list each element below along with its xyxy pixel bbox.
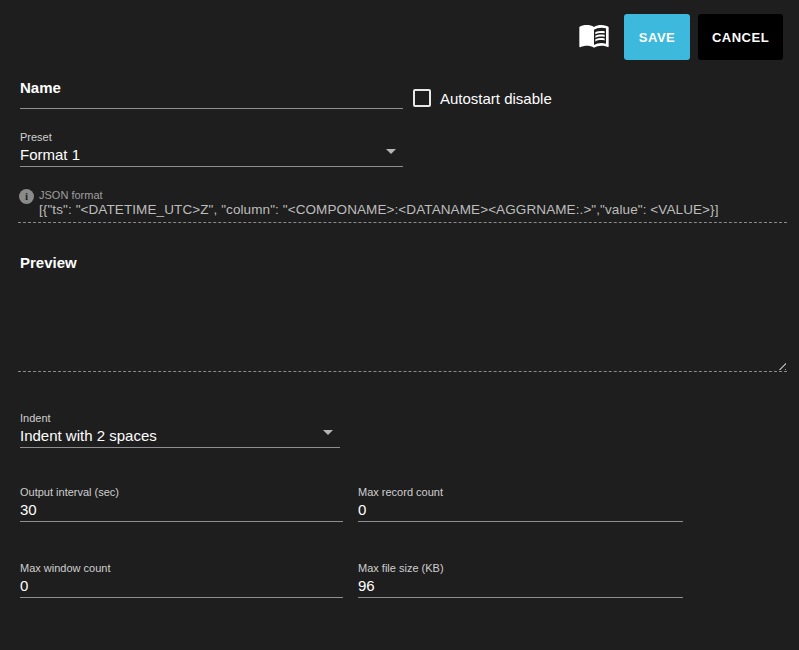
indent-select[interactable]: Indent Indent with 2 spaces bbox=[20, 411, 340, 448]
max-record-count-label: Max record count bbox=[358, 486, 683, 499]
chevron-down-icon bbox=[323, 430, 333, 435]
preview-textarea[interactable] bbox=[18, 273, 787, 372]
max-window-count-input[interactable] bbox=[20, 576, 327, 595]
indent-label: Indent bbox=[20, 412, 340, 425]
max-window-count-label: Max window count bbox=[20, 562, 343, 575]
output-interval-field: Output interval (sec) bbox=[20, 485, 343, 522]
max-window-count-field: Max window count bbox=[20, 561, 343, 598]
preset-label: Preset bbox=[20, 131, 403, 144]
json-format-divider bbox=[18, 222, 787, 223]
max-record-count-field: Max record count bbox=[358, 485, 683, 522]
cancel-button[interactable]: CANCEL bbox=[698, 14, 783, 60]
preset-select[interactable]: Preset Format 1 bbox=[20, 130, 403, 167]
save-button[interactable]: SAVE bbox=[624, 14, 690, 60]
preview-label: Preview bbox=[20, 254, 77, 271]
export-settings-form: SAVE CANCEL Name Autostart disable Prese… bbox=[0, 0, 799, 650]
name-input[interactable] bbox=[20, 92, 403, 109]
max-record-count-input[interactable] bbox=[358, 500, 667, 519]
indent-value: Indent with 2 spaces bbox=[20, 426, 340, 445]
max-file-size-field: Max file size (KB) bbox=[358, 561, 683, 598]
max-file-size-input[interactable] bbox=[358, 576, 667, 595]
json-format-value: [{"ts": "<DATETIME_UTC>Z", "column": "<C… bbox=[39, 202, 719, 217]
output-interval-label: Output interval (sec) bbox=[20, 486, 343, 499]
autostart-disable-checkbox[interactable] bbox=[413, 89, 431, 107]
chevron-down-icon bbox=[386, 149, 396, 154]
documentation-book-icon[interactable] bbox=[576, 19, 612, 51]
output-interval-input[interactable] bbox=[20, 500, 327, 519]
autostart-disable-label: Autostart disable bbox=[440, 90, 552, 107]
info-icon: i bbox=[19, 189, 34, 204]
json-format-label: JSON format bbox=[39, 189, 103, 201]
preset-value: Format 1 bbox=[20, 145, 403, 164]
max-file-size-label: Max file size (KB) bbox=[358, 562, 683, 575]
